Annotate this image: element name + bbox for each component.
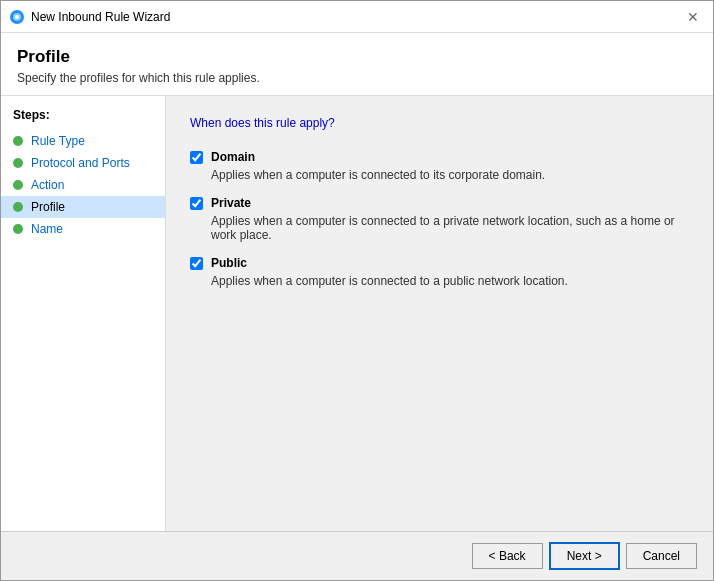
sidebar-item-label-action: Action (31, 178, 64, 192)
sidebar-item-rule-type[interactable]: Rule Type (1, 130, 165, 152)
svg-point-2 (15, 15, 19, 19)
sidebar-item-protocol[interactable]: Protocol and Ports (1, 152, 165, 174)
wizard-window: New Inbound Rule Wizard ✕ Profile Specif… (0, 0, 714, 581)
private-description: Applies when a computer is connected to … (211, 214, 689, 242)
main-content: Steps: Rule Type Protocol and Ports Acti… (1, 96, 713, 531)
sidebar-item-action[interactable]: Action (1, 174, 165, 196)
public-checkbox[interactable] (190, 257, 203, 270)
header-section: Profile Specify the profiles for which t… (1, 33, 713, 96)
page-title: Profile (17, 47, 697, 67)
sidebar-item-label-profile: Profile (31, 200, 65, 214)
public-option-group: Public Applies when a computer is connec… (190, 256, 689, 288)
close-button[interactable]: ✕ (681, 5, 705, 29)
step-dot-name (13, 224, 23, 234)
step-dot-profile (13, 202, 23, 212)
sidebar-item-name[interactable]: Name (1, 218, 165, 240)
sidebar-item-label-rule-type: Rule Type (31, 134, 85, 148)
public-description: Applies when a computer is connected to … (211, 274, 689, 288)
footer: < Back Next > Cancel (1, 531, 713, 580)
domain-option-group: Domain Applies when a computer is connec… (190, 150, 689, 182)
step-dot-action (13, 180, 23, 190)
cancel-button[interactable]: Cancel (626, 543, 697, 569)
steps-label: Steps: (1, 108, 165, 130)
step-dot-protocol (13, 158, 23, 168)
domain-label: Domain (211, 150, 255, 164)
step-dot-rule-type (13, 136, 23, 146)
sidebar-item-label-name: Name (31, 222, 63, 236)
content-area: When does this rule apply? Domain Applie… (166, 96, 713, 531)
private-label: Private (211, 196, 251, 210)
public-option-row: Public (190, 256, 689, 270)
domain-checkbox[interactable] (190, 151, 203, 164)
private-checkbox[interactable] (190, 197, 203, 210)
back-button[interactable]: < Back (472, 543, 543, 569)
sidebar: Steps: Rule Type Protocol and Ports Acti… (1, 96, 166, 531)
wizard-icon (9, 9, 25, 25)
domain-description: Applies when a computer is connected to … (211, 168, 689, 182)
title-bar: New Inbound Rule Wizard ✕ (1, 1, 713, 33)
domain-option-row: Domain (190, 150, 689, 164)
public-label: Public (211, 256, 247, 270)
sidebar-item-profile[interactable]: Profile (1, 196, 165, 218)
private-option-group: Private Applies when a computer is conne… (190, 196, 689, 242)
private-option-row: Private (190, 196, 689, 210)
sidebar-item-label-protocol: Protocol and Ports (31, 156, 130, 170)
next-button[interactable]: Next > (549, 542, 620, 570)
page-subtitle: Specify the profiles for which this rule… (17, 71, 697, 85)
title-bar-text: New Inbound Rule Wizard (31, 10, 681, 24)
question-text: When does this rule apply? (190, 116, 689, 130)
